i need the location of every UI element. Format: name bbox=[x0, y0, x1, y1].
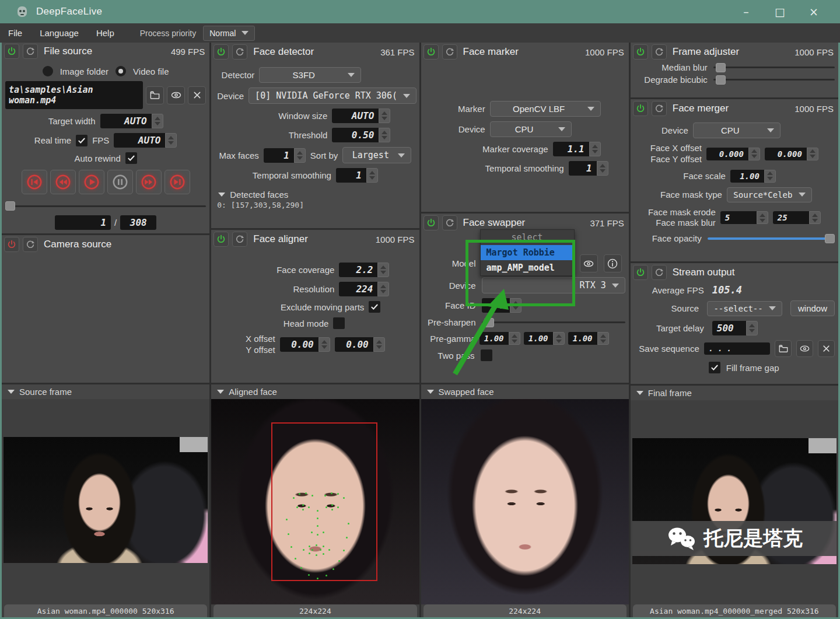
spin-down-icon[interactable] bbox=[380, 271, 386, 274]
slider-handle[interactable] bbox=[5, 201, 15, 211]
exclude-moving-parts-checkbox[interactable] bbox=[369, 301, 380, 313]
spin-up-icon[interactable] bbox=[297, 151, 303, 155]
video-file-radio[interactable] bbox=[116, 66, 126, 76]
frame-total-field[interactable]: 308 bbox=[120, 215, 156, 230]
y-offset-stepper[interactable]: 0.00 bbox=[335, 337, 385, 352]
file-path-field[interactable]: ta\samples\Asian woman.mp4 bbox=[5, 81, 143, 109]
device-dropdown[interactable]: [0] NVIDIA GeForce RTX 306( bbox=[249, 88, 416, 104]
marker-dropdown[interactable]: OpenCV LBF bbox=[490, 101, 601, 117]
reset-button[interactable] bbox=[23, 44, 38, 59]
target-delay-stepper[interactable]: 500 bbox=[712, 321, 758, 335]
resolution-stepper[interactable]: 224 bbox=[339, 282, 389, 296]
spin-up-icon[interactable] bbox=[812, 214, 818, 217]
spin-down-icon[interactable] bbox=[369, 176, 375, 180]
power-button[interactable] bbox=[633, 265, 648, 280]
clear-button[interactable] bbox=[818, 340, 835, 357]
spin-up-icon[interactable] bbox=[749, 324, 755, 327]
face-y-offset-stepper[interactable]: 0.000 bbox=[765, 148, 818, 160]
slider-handle[interactable] bbox=[716, 75, 726, 85]
reset-button[interactable] bbox=[232, 232, 247, 247]
spin-up-icon[interactable] bbox=[380, 265, 386, 269]
reset-button[interactable] bbox=[652, 44, 667, 60]
seek-slider[interactable] bbox=[5, 201, 206, 211]
power-button[interactable] bbox=[4, 44, 19, 59]
pause-button[interactable] bbox=[107, 170, 133, 194]
face-x-offset-stepper[interactable]: 0.000 bbox=[706, 148, 760, 160]
window-button[interactable]: window bbox=[790, 300, 835, 316]
spin-down-icon[interactable] bbox=[600, 169, 606, 173]
rewind-button[interactable] bbox=[50, 170, 76, 194]
close-button[interactable]: × bbox=[805, 4, 822, 20]
fps-stepper[interactable]: AUTO bbox=[114, 133, 177, 148]
median-blur-slider[interactable] bbox=[713, 63, 835, 72]
face-scale-stepper[interactable]: 1.00 bbox=[730, 170, 776, 183]
spin-up-icon[interactable] bbox=[168, 136, 174, 139]
save-sequence-field[interactable]: . . . bbox=[704, 342, 770, 355]
spin-down-icon[interactable] bbox=[321, 345, 327, 349]
reset-button[interactable] bbox=[232, 44, 247, 60]
maximize-button[interactable]: □ bbox=[771, 4, 789, 20]
spin-down-icon[interactable] bbox=[297, 156, 303, 160]
viewer-header[interactable]: Aligned face bbox=[211, 384, 419, 399]
spin-down-icon[interactable] bbox=[810, 155, 816, 158]
frame-current-field[interactable]: 1 bbox=[55, 215, 111, 230]
slider-handle[interactable] bbox=[825, 234, 835, 243]
temporal-smoothing-stepper[interactable]: 1 bbox=[569, 161, 608, 176]
skip-to-end-button[interactable] bbox=[164, 170, 190, 194]
source-dropdown[interactable]: --select-- bbox=[707, 301, 782, 316]
max-faces-stepper[interactable]: 1 bbox=[264, 148, 306, 163]
face-mask-type-dropdown[interactable]: Source*Celeb bbox=[727, 187, 812, 202]
degrade-bicubic-slider[interactable] bbox=[713, 75, 835, 85]
power-button[interactable] bbox=[424, 215, 439, 230]
viewer-header[interactable]: Swapped face bbox=[421, 384, 629, 399]
x-offset-stepper[interactable]: 0.00 bbox=[280, 337, 330, 352]
process-priority-dropdown[interactable]: Normal bbox=[203, 26, 255, 41]
spin-down-icon[interactable] bbox=[760, 219, 765, 222]
real-time-checkbox[interactable] bbox=[76, 135, 88, 146]
auto-rewind-checkbox[interactable] bbox=[125, 152, 137, 164]
reset-button[interactable] bbox=[442, 215, 457, 230]
face-mask-erode-stepper[interactable]: 5 bbox=[720, 211, 768, 224]
fill-frame-gap-checkbox[interactable] bbox=[709, 362, 720, 373]
spin-up-icon[interactable] bbox=[810, 149, 816, 153]
detector-dropdown[interactable]: S3FD bbox=[259, 67, 361, 83]
spin-up-icon[interactable] bbox=[376, 340, 382, 344]
pre-gamma-g-stepper[interactable]: 1.00 bbox=[524, 332, 565, 345]
reset-button[interactable] bbox=[652, 265, 667, 280]
marker-coverage-stepper[interactable]: 1.1 bbox=[553, 142, 601, 156]
window-size-stepper[interactable]: AUTO bbox=[332, 109, 390, 123]
menu-file[interactable]: File bbox=[8, 28, 22, 38]
spin-down-icon[interactable] bbox=[155, 122, 160, 125]
sort-by-dropdown[interactable]: Largest bbox=[342, 147, 411, 163]
reset-button[interactable] bbox=[442, 44, 457, 60]
clear-button[interactable] bbox=[188, 86, 206, 104]
spin-down-icon[interactable] bbox=[376, 345, 382, 349]
spin-down-icon[interactable] bbox=[168, 141, 174, 145]
power-button[interactable] bbox=[633, 101, 648, 116]
temporal-smoothing-stepper[interactable]: 1 bbox=[336, 168, 378, 183]
spin-up-icon[interactable] bbox=[380, 285, 386, 288]
face-mask-blur-stepper[interactable]: 25 bbox=[773, 211, 821, 224]
face-opacity-slider[interactable] bbox=[708, 234, 835, 243]
spin-up-icon[interactable] bbox=[556, 334, 562, 338]
spin-down-icon[interactable] bbox=[749, 329, 755, 333]
spin-up-icon[interactable] bbox=[155, 117, 160, 120]
spin-up-icon[interactable] bbox=[751, 149, 757, 153]
spin-up-icon[interactable] bbox=[592, 145, 598, 148]
spin-down-icon[interactable] bbox=[382, 136, 387, 139]
device-dropdown[interactable]: CPU bbox=[490, 121, 572, 137]
power-button[interactable] bbox=[424, 44, 439, 60]
face-coverage-stepper[interactable]: 2.2 bbox=[339, 263, 389, 277]
spin-down-icon[interactable] bbox=[812, 219, 818, 222]
collapse-icon[interactable] bbox=[218, 193, 225, 197]
viewer-header[interactable]: Source frame bbox=[2, 384, 209, 399]
fast-forward-button[interactable] bbox=[136, 170, 162, 194]
model-info-button[interactable] bbox=[604, 254, 622, 272]
image-folder-radio[interactable] bbox=[43, 66, 53, 76]
spin-down-icon[interactable] bbox=[751, 155, 757, 158]
skip-to-start-button[interactable] bbox=[22, 170, 47, 194]
reset-button[interactable] bbox=[652, 101, 667, 116]
spin-up-icon[interactable] bbox=[382, 111, 387, 115]
spin-down-icon[interactable] bbox=[767, 177, 773, 180]
detected-faces-label[interactable]: Detected faces bbox=[230, 190, 288, 200]
